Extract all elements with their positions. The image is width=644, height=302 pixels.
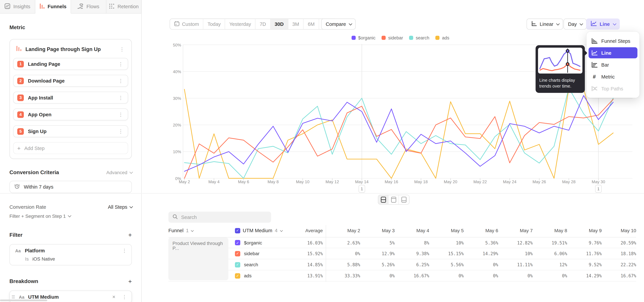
range-yesterday[interactable]: Yesterday (225, 19, 256, 29)
funnel-name-cell[interactable]: Product Viewed through P... (168, 238, 228, 280)
legend-item-ads[interactable]: ads (436, 36, 450, 40)
tab-funnels[interactable]: Funnels (36, 0, 71, 14)
funnel-step-2[interactable]: 2Download Page⋮ (13, 75, 128, 87)
funnel-kebab-icon[interactable]: ⋮ (118, 47, 126, 52)
funnel-step-3[interactable]: 3App Install⋮ (13, 92, 128, 104)
column-header-may-3[interactable]: May 3 (360, 228, 395, 233)
tab-flows[interactable]: Flows (71, 0, 106, 14)
granularity-label: Day (568, 21, 577, 27)
tab-retention[interactable]: Retention (106, 0, 142, 14)
step-kebab-icon[interactable]: ⋮ (117, 129, 124, 134)
filter-property-name: Platform (25, 248, 117, 254)
funnel-step-5[interactable]: 5Sign Up⋮ (13, 125, 128, 137)
row-checkbox[interactable]: ✓ (235, 262, 240, 267)
row-checkbox[interactable]: ✓ (235, 240, 240, 245)
column-header-may-2[interactable]: May 2 (323, 228, 360, 233)
y-axis-tick: 10% (166, 150, 181, 154)
x-axis-tick: May 28 (558, 180, 580, 184)
value-cell: 0% (533, 273, 567, 278)
column-header-may-5[interactable]: May 5 (429, 228, 464, 233)
tooltip-text: Line charts display trends over time. (538, 75, 582, 90)
range-30d[interactable]: 30D (270, 19, 288, 29)
series-line-ads[interactable] (184, 88, 613, 178)
add-step-button[interactable]: + Add Step (13, 142, 128, 154)
annotation-badge[interactable]: 1 (358, 185, 365, 193)
chart-type-dropdown[interactable]: Line (586, 18, 620, 30)
value-cell: 12.9% (360, 251, 395, 256)
step-kebab-icon[interactable]: ⋮ (117, 112, 124, 117)
column-header-average[interactable]: Average (284, 228, 323, 233)
value-cell: 16.67% (602, 273, 636, 278)
breakdown-kebab-icon[interactable]: ⋮ (121, 294, 128, 299)
scale-dropdown[interactable]: Linear (526, 18, 563, 30)
column-header-may-8[interactable]: May 8 (533, 228, 567, 233)
column-header-may-7[interactable]: May 7 (498, 228, 533, 233)
layout-chart-table-button[interactable] (378, 195, 388, 204)
table-row[interactable]: ✓search14.85%5.88%5.26%6.25%5.56%0%11.11… (168, 259, 636, 270)
drag-handle-icon[interactable]: ☰ (12, 294, 15, 299)
filter-card-platform[interactable]: Aa Platform ⋮ Is iOS Native (10, 244, 132, 266)
range-3m[interactable]: 3M (288, 19, 304, 29)
row-checkbox[interactable]: ✓ (235, 251, 240, 256)
series-line-organic[interactable] (184, 96, 613, 171)
remove-breakdown-icon[interactable]: × (111, 294, 117, 300)
range-7d[interactable]: 7D (256, 19, 270, 29)
legend-item-search[interactable]: search (409, 36, 429, 40)
step-number-badge: 2 (17, 78, 24, 84)
menu-item-metric[interactable]: #Metric (588, 71, 637, 82)
filter-segment-toggle[interactable]: Filter + Segment on Step 1 (10, 214, 132, 218)
column-header-may-4[interactable]: May 4 (394, 228, 429, 233)
filter-operator: Is (25, 256, 29, 261)
step-kebab-icon[interactable]: ⋮ (117, 78, 124, 83)
breakdown-column-dropdown[interactable]: ✓ UTM Medium 4 (230, 228, 283, 234)
legend-item-sidebar[interactable]: sidebar (382, 36, 403, 40)
value-cell: 5.26% (360, 262, 395, 267)
step-kebab-icon[interactable]: ⋮ (117, 62, 124, 66)
breakdown-cell: ✓$organic (230, 240, 283, 245)
funnel-step-4[interactable]: 4App Open⋮ (13, 108, 128, 120)
granularity-dropdown[interactable]: Day (564, 18, 587, 30)
funnel-metric-header[interactable]: Landing Page through Sign Up ⋮ (13, 43, 128, 58)
table-row[interactable]: ✓ads13.91%33.33%0%16.67%0%0%0%0%14.29%16… (168, 270, 636, 281)
menu-item-funnel-steps[interactable]: Funnel Steps (588, 36, 637, 46)
series-line-search[interactable] (184, 88, 613, 178)
value-cell: 13.91% (284, 273, 323, 278)
breakdown-select-all-checkbox[interactable]: ✓ (235, 228, 240, 233)
column-header-may-9[interactable]: May 9 (567, 228, 602, 233)
row-checkbox[interactable]: ✓ (235, 273, 240, 278)
scale-label: Linear (540, 21, 554, 27)
funnel-step-1[interactable]: 1Landing Page⋮ (13, 58, 128, 70)
column-header-may-10[interactable]: May 10 (602, 228, 636, 233)
table-row[interactable]: ✓sidebar15.92%0%12.9%9.38%15.15%14.29%10… (168, 248, 636, 259)
conversion-rate-dropdown[interactable]: All Steps (108, 204, 132, 210)
add-breakdown-button[interactable]: + (128, 278, 132, 285)
add-filter-button[interactable]: + (128, 231, 132, 238)
range-custom[interactable]: Custom (170, 19, 204, 29)
funnel-column-dropdown[interactable]: Funnel 1 (168, 228, 230, 234)
layout-chart-only-button[interactable] (388, 195, 399, 204)
funnel-steps-list: 1Landing Page⋮2Download Page⋮3App Instal… (13, 58, 128, 137)
column-header-may-6[interactable]: May 6 (464, 228, 498, 233)
conversion-window-label: Within 7 days (24, 184, 53, 190)
menu-item-line[interactable]: Line (588, 47, 637, 58)
layout-table-only-button[interactable] (399, 195, 409, 204)
breakdown-column-count: 4 (275, 228, 278, 234)
tab-label: Funnels (48, 4, 66, 10)
conversion-window-card[interactable]: Within 7 days (10, 181, 132, 193)
search-input[interactable] (181, 214, 267, 220)
x-axis-tick: May 26 (528, 180, 550, 184)
legend-item-organic[interactable]: $organic (352, 36, 376, 40)
tab-insights[interactable]: Insights (0, 0, 36, 14)
horizontal-scrollbar[interactable] (0, 300, 47, 301)
table-row[interactable]: ✓$organic16.03%2.63%5%8%10%5.36%12.82%19… (168, 237, 636, 248)
step-kebab-icon[interactable]: ⋮ (117, 95, 124, 100)
step-label: Sign Up (28, 128, 113, 134)
range-today[interactable]: Today (204, 19, 225, 29)
range-6m[interactable]: 6M (304, 19, 319, 29)
layout-toggle-group (378, 195, 410, 205)
annotation-badge[interactable]: 1 (595, 185, 602, 193)
advanced-dropdown[interactable]: Advanced (106, 170, 132, 175)
menu-item-bar[interactable]: Bar (588, 59, 637, 70)
compare-button[interactable]: Compare (321, 18, 356, 30)
filter-kebab-icon[interactable]: ⋮ (121, 248, 128, 253)
